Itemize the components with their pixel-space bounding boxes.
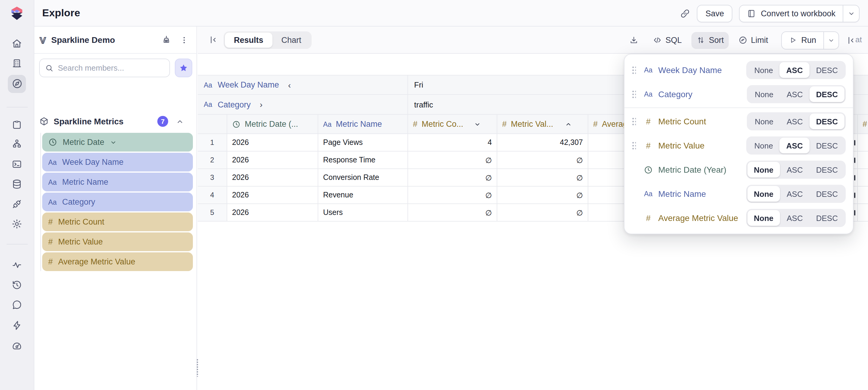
- rail-organization[interactable]: [8, 54, 26, 72]
- cell-metric-date[interactable]: 2026: [227, 134, 318, 151]
- sort-desc-button[interactable]: DESC: [809, 62, 844, 78]
- run-dropdown-caret[interactable]: [824, 32, 838, 49]
- drag-handle-icon[interactable]: [632, 90, 636, 99]
- cell-metric-value[interactable]: ∅: [497, 204, 588, 221]
- rail-models[interactable]: [8, 116, 26, 134]
- rail-activity[interactable]: [8, 256, 26, 274]
- cell-metric-name[interactable]: Conversion Rate: [318, 169, 408, 186]
- field-category[interactable]: Aa Category: [42, 193, 193, 211]
- cell-metric-count[interactable]: 4: [408, 134, 497, 151]
- cell-metric-name[interactable]: Page Views: [318, 134, 408, 151]
- sort-desc-button[interactable]: DESC: [809, 210, 844, 226]
- favorites-filter-button[interactable]: [175, 59, 192, 77]
- sort-asc-button[interactable]: ASC: [780, 210, 809, 226]
- cell-metric-name[interactable]: Response Time: [318, 151, 408, 168]
- rail-history[interactable]: [8, 276, 26, 294]
- chevron-left-icon[interactable]: ‹: [288, 80, 291, 90]
- drag-handle-icon[interactable]: [632, 141, 636, 150]
- panel-resize-handle[interactable]: [196, 359, 198, 377]
- cell-metric-count[interactable]: ∅: [408, 169, 497, 186]
- rail-terminal[interactable]: [8, 155, 26, 173]
- sort-desc-button[interactable]: DESC: [809, 186, 844, 202]
- sort-none-button[interactable]: None: [747, 210, 780, 226]
- download-button[interactable]: [624, 32, 643, 49]
- sort-row-metric-name: Aa Metric Name None ASC DESC: [624, 182, 853, 206]
- convert-to-workbook-button[interactable]: Convert to workbook: [740, 5, 843, 22]
- sort-none-button[interactable]: None: [748, 113, 780, 129]
- run-button[interactable]: Run: [782, 32, 824, 49]
- field-week-day-name[interactable]: Aa Week Day Name: [42, 153, 193, 171]
- search-input[interactable]: [58, 63, 164, 73]
- sort-asc-button[interactable]: ASC: [780, 62, 809, 78]
- field-metric-date[interactable]: Metric Date: [42, 133, 193, 151]
- sort-none-button[interactable]: None: [748, 138, 780, 154]
- rail-performance[interactable]: [8, 337, 26, 355]
- sort-none-button[interactable]: None: [748, 62, 780, 78]
- sort-desc-icon[interactable]: [474, 120, 492, 128]
- rail-explore[interactable]: [8, 75, 26, 93]
- sql-button[interactable]: SQL: [648, 32, 687, 49]
- cell-metric-count[interactable]: ∅: [408, 151, 497, 168]
- cell-metric-date[interactable]: 2026: [227, 151, 318, 168]
- rail-database[interactable]: [8, 175, 26, 193]
- rail-chat[interactable]: [8, 296, 26, 314]
- rail-connections[interactable]: [8, 195, 26, 213]
- rail-settings[interactable]: [8, 215, 26, 233]
- limit-button[interactable]: Limit: [733, 32, 773, 49]
- panel-menu-icon[interactable]: [180, 35, 189, 45]
- cell-metric-count[interactable]: ∅: [408, 187, 497, 203]
- sort-button[interactable]: Sort: [691, 32, 729, 49]
- sort-none-button[interactable]: None: [748, 86, 780, 102]
- cell-metric-count[interactable]: ∅: [408, 204, 497, 221]
- nav-rail: [0, 27, 34, 390]
- pivot-header[interactable]: Aa Week Day Name ‹: [198, 76, 408, 94]
- field-metric-value[interactable]: # Metric Value: [42, 232, 193, 251]
- sort-asc-button[interactable]: ASC: [780, 113, 809, 129]
- tab-chart[interactable]: Chart: [273, 33, 310, 48]
- cell-metric-value[interactable]: ∅: [497, 151, 588, 168]
- sort-asc-button[interactable]: ASC: [780, 86, 809, 102]
- cell-metric-value[interactable]: ∅: [497, 187, 588, 203]
- column-header-metric-count[interactable]: # Metric Co...: [408, 115, 497, 133]
- tab-results[interactable]: Results: [225, 33, 273, 48]
- rail-automations[interactable]: [8, 316, 26, 334]
- cell-metric-name[interactable]: Revenue: [318, 187, 408, 203]
- chevron-right-icon[interactable]: ›: [260, 100, 262, 109]
- column-header-metric-value[interactable]: # Metric Val...: [497, 115, 588, 133]
- sort-none-button[interactable]: None: [747, 162, 780, 177]
- sort-asc-button[interactable]: ASC: [780, 138, 809, 154]
- clear-fields-icon[interactable]: [161, 35, 171, 45]
- pivot-label: Week Day Name: [218, 80, 279, 89]
- sort-desc-button[interactable]: DESC: [809, 113, 844, 129]
- cell-metric-date[interactable]: 2026: [227, 187, 318, 203]
- field-metric-count[interactable]: # Metric Count: [42, 213, 193, 231]
- sort-none-button[interactable]: None: [747, 186, 780, 202]
- sort-desc-button[interactable]: DESC: [809, 138, 844, 154]
- pivot-header[interactable]: Aa Category ›: [198, 95, 408, 114]
- sort-asc-button[interactable]: ASC: [780, 162, 809, 177]
- cell-metric-date[interactable]: 2026: [227, 169, 318, 186]
- save-button[interactable]: Save: [697, 4, 733, 22]
- app-logo[interactable]: [0, 0, 34, 27]
- cell-metric-name[interactable]: Users: [318, 204, 408, 221]
- convert-dropdown-caret[interactable]: [843, 5, 859, 22]
- field-metric-name[interactable]: Aa Metric Name: [42, 173, 193, 191]
- cell-metric-value[interactable]: ∅: [497, 169, 588, 186]
- chevron-up-icon[interactable]: [176, 117, 184, 125]
- sort-asc-button[interactable]: ASC: [780, 186, 809, 202]
- collapse-panel-icon[interactable]: [209, 35, 218, 45]
- drag-handle-icon[interactable]: [632, 117, 636, 126]
- cell-metric-value[interactable]: 42,307: [497, 134, 588, 151]
- sort-asc-icon[interactable]: [565, 120, 583, 128]
- sort-desc-button[interactable]: DESC: [809, 86, 844, 102]
- section-sparkline-metrics[interactable]: Sparkline Metrics 7: [39, 115, 192, 128]
- drag-handle-icon[interactable]: [632, 65, 636, 75]
- column-header-metric-date[interactable]: Metric Date (...: [227, 115, 318, 133]
- rail-hierarchy[interactable]: [8, 135, 26, 153]
- rail-home[interactable]: [8, 34, 26, 53]
- column-header-metric-name[interactable]: Aa Metric Name: [318, 115, 408, 133]
- sort-desc-button[interactable]: DESC: [809, 162, 844, 177]
- field-average-metric-value[interactable]: # Average Metric Value: [42, 252, 193, 271]
- cell-metric-date[interactable]: 2026: [227, 204, 318, 221]
- share-link-icon[interactable]: [680, 8, 690, 19]
